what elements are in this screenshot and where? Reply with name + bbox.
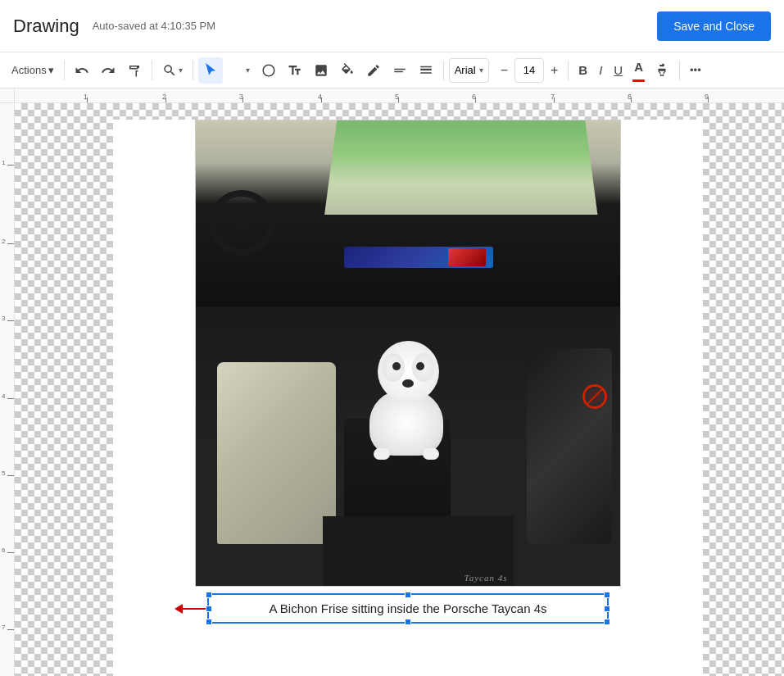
header-left: Drawing Auto-saved at 4:10:35 PM bbox=[13, 16, 215, 37]
drawing-canvas[interactable]: Taycan 4s bbox=[15, 103, 784, 676]
dog-paw-left bbox=[374, 448, 390, 460]
more-options-button[interactable]: ••• bbox=[685, 57, 706, 84]
sticker-inner bbox=[588, 390, 601, 403]
dashboard-screen bbox=[344, 247, 492, 267]
ruler-left: 1 2 3 4 5 6 7 bbox=[0, 88, 15, 676]
paint-format-icon bbox=[127, 63, 142, 78]
line-chevron: ▾ bbox=[246, 66, 250, 75]
image-tool-button[interactable] bbox=[309, 57, 333, 84]
text-color-button[interactable]: A bbox=[629, 57, 648, 84]
caption-handle-bm[interactable] bbox=[405, 619, 411, 625]
bold-label: B bbox=[578, 63, 587, 77]
image-icon bbox=[314, 63, 329, 78]
caption-handle-br[interactable] bbox=[604, 619, 610, 625]
actions-chevron: ▾ bbox=[48, 64, 54, 76]
fill-color-button[interactable] bbox=[335, 57, 360, 84]
line-tool-button[interactable]: ▾ bbox=[224, 57, 255, 84]
highlight-icon bbox=[655, 63, 669, 78]
car-scene: Taycan 4s bbox=[196, 120, 620, 586]
shape-tool-button[interactable] bbox=[256, 57, 281, 84]
toolbar-divider-6 bbox=[679, 61, 680, 80]
sw-center bbox=[233, 215, 250, 231]
dog-head bbox=[378, 341, 439, 402]
toolbar-divider-1 bbox=[64, 61, 65, 80]
toolbar-divider-2 bbox=[152, 61, 152, 80]
seat-right bbox=[527, 348, 612, 544]
caption-arrow bbox=[174, 604, 206, 614]
dog-nose bbox=[402, 379, 414, 388]
select-tool-button[interactable] bbox=[198, 57, 223, 84]
actions-menu-button[interactable]: Actions ▾ bbox=[7, 57, 59, 84]
text-color-label: A bbox=[634, 60, 643, 74]
steering-wheel bbox=[209, 190, 283, 264]
drawing-toolbar: Actions ▾ ▾ ▾ bbox=[0, 52, 784, 88]
ruler-top: 1 2 3 4 5 6 7 8 9 bbox=[15, 88, 784, 103]
underline-label: U bbox=[614, 63, 623, 77]
highlight-button[interactable] bbox=[650, 57, 674, 84]
font-size-input[interactable] bbox=[514, 58, 544, 83]
dog-eye-left bbox=[392, 362, 401, 370]
arrow-line bbox=[183, 608, 206, 610]
app-header: Drawing Auto-saved at 4:10:35 PM Save an… bbox=[0, 0, 784, 52]
paint-format-button[interactable] bbox=[122, 57, 147, 84]
white-drawing-area: Taycan 4s bbox=[113, 120, 703, 676]
windshield bbox=[323, 120, 599, 225]
line-style-icon bbox=[392, 63, 407, 78]
autosave-status: Auto-saved at 4:10:35 PM bbox=[93, 20, 215, 32]
font-chevron: ▾ bbox=[479, 66, 483, 75]
toolbar-divider-4 bbox=[443, 61, 444, 80]
font-size-decrease-button[interactable]: − bbox=[496, 57, 513, 84]
font-name-label: Arial bbox=[455, 64, 476, 76]
font-size-increase-button[interactable]: + bbox=[546, 57, 563, 84]
bold-button[interactable]: B bbox=[573, 57, 592, 84]
text-color-indicator bbox=[632, 79, 645, 82]
zoom-button[interactable]: ▾ bbox=[157, 57, 188, 84]
seat-left bbox=[217, 362, 336, 544]
line-icon bbox=[229, 63, 244, 78]
italic-label: I bbox=[599, 63, 602, 77]
pen-tool-button[interactable] bbox=[361, 57, 386, 84]
caption-handle-ml[interactable] bbox=[206, 606, 212, 612]
canvas-area: 1 2 3 4 5 6 7 1 2 3 4 5 6 7 bbox=[0, 88, 784, 676]
car-image[interactable]: Taycan 4s bbox=[195, 120, 621, 587]
actions-label: Actions bbox=[11, 64, 47, 76]
undo-button[interactable] bbox=[70, 57, 94, 84]
underline-button[interactable]: U bbox=[609, 57, 628, 84]
toolbar-divider-3 bbox=[193, 61, 193, 80]
toolbar-divider-5 bbox=[568, 61, 569, 80]
zoom-chevron: ▾ bbox=[179, 66, 183, 75]
zoom-icon bbox=[162, 63, 177, 78]
sw-ring bbox=[209, 190, 274, 256]
textbox-icon bbox=[288, 63, 302, 78]
caption-text: A Bichon Frise sitting inside the Porsch… bbox=[269, 601, 546, 615]
undo-icon bbox=[75, 63, 89, 78]
caption-handle-mr[interactable] bbox=[604, 606, 610, 612]
textbox-tool-button[interactable] bbox=[283, 57, 307, 84]
caption-handle-tr[interactable] bbox=[604, 592, 610, 598]
arrow-head bbox=[174, 604, 183, 614]
line-weight-button[interactable] bbox=[414, 57, 438, 84]
caption-handle-tm[interactable] bbox=[405, 592, 411, 598]
font-selector[interactable]: Arial ▾ bbox=[449, 58, 489, 83]
italic-button[interactable]: I bbox=[594, 57, 607, 84]
fill-color-icon bbox=[340, 63, 355, 78]
screen-media bbox=[448, 248, 485, 267]
redo-icon bbox=[101, 63, 116, 78]
floor-mat: Taycan 4s bbox=[323, 516, 514, 586]
pen-icon bbox=[366, 63, 381, 78]
caption-handle-bl[interactable] bbox=[206, 619, 212, 625]
dog bbox=[357, 341, 464, 456]
shape-icon bbox=[261, 63, 276, 78]
caption-box[interactable]: A Bichon Frise sitting inside the Porsch… bbox=[207, 593, 609, 624]
line-style-button[interactable] bbox=[387, 57, 412, 84]
floor-mat-text: Taycan 4s bbox=[465, 573, 508, 583]
caption-container[interactable]: A Bichon Frise sitting inside the Porsch… bbox=[207, 593, 609, 624]
dog-eye-right bbox=[416, 362, 424, 370]
save-close-button[interactable]: Save and Close bbox=[657, 11, 771, 41]
redo-button[interactable] bbox=[96, 57, 120, 84]
canvas-right: 1 2 3 4 5 6 7 8 9 bbox=[15, 88, 784, 676]
dog-paw-right bbox=[423, 448, 439, 460]
line-weight-icon bbox=[419, 63, 433, 78]
caption-handle-tl[interactable] bbox=[206, 592, 212, 598]
app-title: Drawing bbox=[13, 16, 79, 37]
